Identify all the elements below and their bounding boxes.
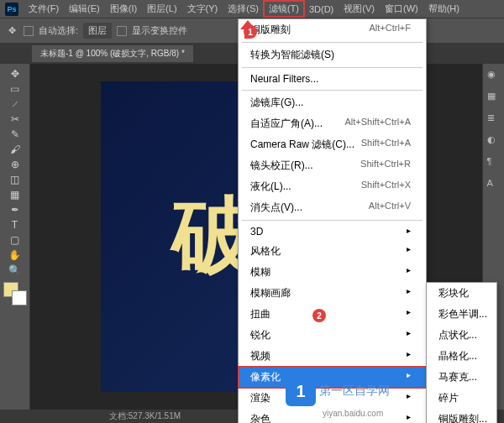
auto-select-checkbox[interactable] xyxy=(24,26,34,36)
submenu-item-2[interactable]: 点状化... xyxy=(427,325,496,346)
filter-menu-dropdown: 铜版雕刻Alt+Ctrl+F 转换为智能滤镜(S) Neural Filters… xyxy=(238,18,427,423)
menu-3d[interactable]: 3D(D) xyxy=(304,3,339,16)
menu-separator xyxy=(242,90,423,91)
menu-edit[interactable]: 编辑(E) xyxy=(64,1,105,17)
move-tool[interactable]: ✥ xyxy=(8,67,22,81)
menu-layer[interactable]: 图层(L) xyxy=(142,1,181,17)
marker-2: 2 xyxy=(312,309,326,322)
menu-item-g1-4[interactable]: 液化(L)...Shift+Ctrl+X xyxy=(239,176,426,197)
menu-separator xyxy=(242,220,423,221)
menu-select[interactable]: 选择(S) xyxy=(223,1,264,17)
eyedropper-tool[interactable]: ✎ xyxy=(8,128,22,141)
layer-group-select[interactable]: 图层 xyxy=(83,23,112,39)
submenu-item-5[interactable]: 碎片 xyxy=(427,388,496,409)
menu-window[interactable]: 窗口(W) xyxy=(380,1,423,17)
menu-view[interactable]: 视图(V) xyxy=(339,1,380,17)
zoom-tool[interactable]: 🔍 xyxy=(8,264,22,277)
marquee-tool[interactable]: ▭ xyxy=(8,82,22,96)
brush-tool[interactable]: 🖌 xyxy=(8,143,22,156)
menu-filter[interactable]: 滤镜(T) xyxy=(264,1,304,17)
layers-panel-icon[interactable]: ≣ xyxy=(487,112,501,126)
auto-select-label: 自动选择: xyxy=(39,24,78,37)
eraser-tool[interactable]: ◫ xyxy=(8,173,22,186)
menu-file[interactable]: 文件(F) xyxy=(24,1,64,17)
submenu-item-1[interactable]: 彩色半调... xyxy=(427,304,496,325)
show-transform-checkbox[interactable] xyxy=(117,26,127,36)
color-panel-icon[interactable]: ◉ xyxy=(487,69,501,82)
watermark-sub: yiyan.baidu.com xyxy=(323,409,383,418)
pen-tool[interactable]: ✒ xyxy=(8,203,22,217)
menu-item-g2-0[interactable]: 3D xyxy=(239,222,426,241)
clone-tool[interactable]: ⊕ xyxy=(8,158,22,171)
menu-help[interactable]: 帮助(H) xyxy=(423,1,465,17)
menu-item-g1-0[interactable]: 滤镜库(G)... xyxy=(239,92,426,113)
watermark-badge: 1 xyxy=(286,376,316,406)
ps-logo: Ps xyxy=(5,3,18,16)
menu-item-g2-3[interactable]: 模糊画廊 xyxy=(239,283,426,304)
menubar: Ps 文件(F) 编辑(E) 图像(I) 图层(L) 文字(Y) 选择(S) 滤… xyxy=(0,0,504,18)
swatches-panel-icon[interactable]: ▦ xyxy=(487,91,501,104)
move-tool-icon: ✥ xyxy=(5,24,18,38)
menu-item-g1-3[interactable]: 镜头校正(R)...Shift+Ctrl+R xyxy=(239,155,426,176)
menu-item-g2-2[interactable]: 模糊 xyxy=(239,262,426,283)
menu-type[interactable]: 文字(Y) xyxy=(182,1,223,17)
paragraph-panel-icon[interactable]: ¶ xyxy=(487,156,501,170)
character-panel-icon[interactable]: A xyxy=(487,178,501,191)
menu-separator xyxy=(242,42,423,43)
document-tab[interactable]: 未标题-1 @ 100% (破损文字, RGB/8) * xyxy=(32,45,193,62)
type-tool[interactable]: T xyxy=(8,218,22,232)
crop-tool[interactable]: ✂ xyxy=(8,112,22,126)
menu-item-neural[interactable]: Neural Filters... xyxy=(239,70,426,88)
pixelate-submenu: 彩块化彩色半调...点状化...晶格化...马赛克...碎片铜版雕刻... xyxy=(426,282,497,423)
menu-item-g2-5[interactable]: 锐化 xyxy=(239,325,426,346)
menu-item-g2-1[interactable]: 风格化 xyxy=(239,241,426,262)
submenu-item-6[interactable]: 铜版雕刻... xyxy=(427,409,496,423)
background-swatch[interactable] xyxy=(12,290,27,306)
watermark-title: 第一区自学网 xyxy=(319,384,390,399)
hand-tool[interactable]: ✋ xyxy=(8,248,22,262)
menu-image[interactable]: 图像(I) xyxy=(105,1,142,17)
menu-separator xyxy=(242,67,423,68)
show-transform-label: 显示变换控件 xyxy=(132,24,187,37)
submenu-item-3[interactable]: 晶格化... xyxy=(427,346,496,367)
lasso-tool[interactable]: ⟋ xyxy=(8,97,22,111)
shape-tool[interactable]: ▢ xyxy=(8,233,22,247)
menu-item-g2-4[interactable]: 扭曲 xyxy=(239,304,426,325)
submenu-item-4[interactable]: 马赛克... xyxy=(427,367,496,388)
watermark: 1 第一区自学网 xyxy=(286,376,390,406)
color-swatches[interactable] xyxy=(3,282,27,306)
toolbox: ✥ ▭ ⟋ ✂ ✎ 🖌 ⊕ ◫ ▦ ✒ T ▢ ✋ 🔍 xyxy=(0,64,30,410)
menu-item-g2-6[interactable]: 视频 xyxy=(239,346,426,367)
menu-item-smart-filter[interactable]: 转换为智能滤镜(S) xyxy=(239,44,426,65)
menu-item-g1-2[interactable]: Camera Raw 滤镜(C)...Shift+Ctrl+A xyxy=(239,134,426,155)
submenu-item-0[interactable]: 彩块化 xyxy=(427,283,496,304)
adjustments-panel-icon[interactable]: ◐ xyxy=(487,134,501,148)
menu-item-g1-5[interactable]: 消失点(V)...Alt+Ctrl+V xyxy=(239,197,426,218)
marker-1: 1 xyxy=(244,25,257,39)
document-size: 文档:527.3K/1.51M xyxy=(109,410,181,422)
gradient-tool[interactable]: ▦ xyxy=(8,188,22,201)
menu-item-g1-1[interactable]: 自适应广角(A)...Alt+Shift+Ctrl+A xyxy=(239,113,426,134)
menu-item-top-0[interactable]: 铜版雕刻Alt+Ctrl+F xyxy=(239,19,426,40)
